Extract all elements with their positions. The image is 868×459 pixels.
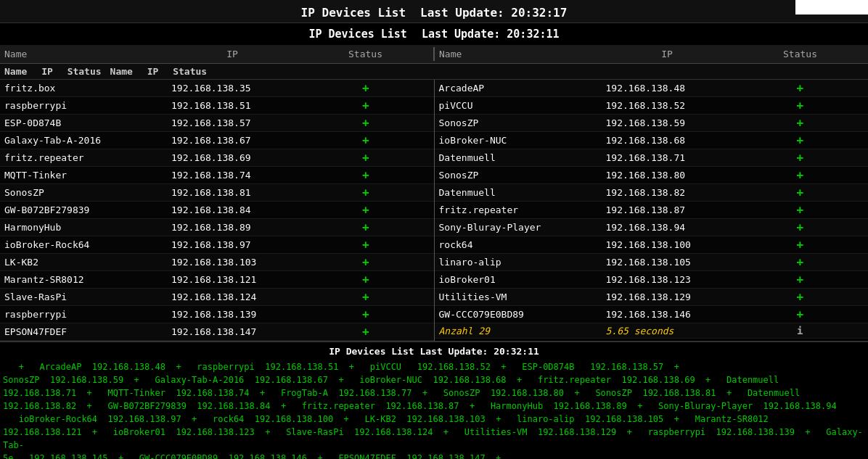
cell-ip: 192.168.138.123 (602, 273, 732, 286)
cell-status: + (732, 307, 869, 322)
cell-name: Galaxy-Tab-A-2016 (0, 134, 167, 146)
table-row: linaro-alip192.168.138.105+ (435, 254, 869, 271)
table-row: ioBroker01192.168.138.123+ (435, 271, 869, 289)
cell-status: + (298, 324, 434, 339)
cell-status: i (732, 324, 869, 337)
table-row: Galaxy-Tab-A-2016192.168.138.67+ (0, 132, 434, 149)
table-row: Datenmuell192.168.138.82+ (435, 184, 869, 202)
main-title: IP Devices List (301, 6, 406, 20)
cell-status: + (732, 150, 869, 165)
cell-ip: 192.168.138.80 (602, 169, 732, 181)
ticker-section: IP Devices List Last Update: 20:32:11 + … (0, 341, 868, 459)
left-sub-name: Name (0, 65, 31, 78)
cell-ip: 5.65 seconds (602, 325, 732, 337)
table-row: ESP-0D874B192.168.138.57+ (0, 115, 434, 132)
cell-status: + (732, 272, 869, 287)
cell-ip: 192.168.138.97 (167, 239, 298, 251)
cell-name: ArcadeAP (435, 82, 602, 94)
cell-ip: 192.168.138.68 (602, 134, 732, 146)
table-row: fritz.box192.168.138.35+ (0, 80, 434, 97)
table-row: ArcadeAP192.168.138.48+ (435, 80, 869, 97)
cell-name: Utilities-VM (435, 291, 602, 303)
cell-name: SonosZP (0, 186, 167, 199)
cell-name: ioBroker-Rock64 (0, 239, 167, 251)
cell-name: MQTT-Tinker (0, 169, 167, 181)
right-col-status-header: Status (732, 47, 868, 61)
cell-name: Slave-RasPi (0, 291, 167, 303)
cell-name: Marantz-SR8012 (0, 273, 167, 286)
cell-ip: 192.168.138.71 (602, 152, 732, 164)
cell-status: + (732, 202, 869, 218)
cell-ip: 192.168.138.52 (602, 99, 732, 112)
column-headers: Name IP Status Name IP Status (0, 45, 868, 64)
cell-name: ESP-0D874B (0, 117, 167, 129)
table-row: Slave-RasPi192.168.138.124+ (0, 289, 434, 306)
table-row: ioBroker-Rock64192.168.138.97+ (0, 236, 434, 254)
cell-status: + (298, 80, 434, 96)
table-row: raspberrypi192.168.138.51+ (0, 97, 434, 115)
table-row: fritz.repeater192.168.138.87+ (435, 202, 869, 219)
cell-status: + (298, 307, 434, 322)
cell-ip: 192.168.138.146 (602, 308, 732, 321)
cell-status: + (298, 185, 434, 200)
cell-name: GW-CCC079E0BD89 (435, 308, 602, 321)
cell-name: raspberrypi (0, 308, 167, 321)
cell-name: fritz.repeater (435, 204, 602, 216)
cell-name: fritz.box (0, 82, 167, 94)
cell-ip: 192.168.138.87 (602, 204, 732, 216)
table-row: Utilities-VM192.168.138.129+ (435, 289, 869, 306)
table-row: SonosZP192.168.138.59+ (435, 115, 869, 132)
cell-status: + (732, 237, 869, 252)
cell-name: piVCCU (435, 99, 602, 112)
cell-name: fritz.repeater (0, 152, 167, 164)
left-sub-status: Status (63, 65, 106, 78)
cell-name: rock64 (435, 239, 602, 251)
cell-ip: 192.168.138.35 (167, 82, 298, 94)
cell-name: HarmonyHub (0, 221, 167, 233)
table-row: Marantz-SR8012192.168.138.121+ (0, 271, 434, 289)
cell-name: GW-B072BF279839 (0, 204, 167, 216)
cell-ip: 192.168.138.48 (602, 82, 732, 94)
table-row: rock64192.168.138.100+ (435, 236, 869, 254)
table-row: HarmonyHub192.168.138.89+ (0, 219, 434, 236)
cell-name: ioBroker-NUC (435, 134, 602, 146)
table-row: Datenmuell192.168.138.71+ (435, 149, 869, 167)
cell-status: + (298, 115, 434, 131)
cell-ip: 192.168.138.57 (167, 117, 298, 129)
cell-name: Anzahl 29 (435, 325, 602, 337)
right-sub-ip: IP (143, 65, 163, 78)
top-right-box (795, 0, 868, 15)
cell-status: + (298, 255, 434, 270)
ticker-title: IP Devices List Last Update: 20:32:11 (0, 344, 868, 359)
cell-ip: 192.168.138.74 (167, 169, 298, 181)
cell-name: Datenmuell (435, 152, 602, 164)
second-update: Last Update: 20:32:11 (422, 28, 560, 41)
table-row: fritz.repeater192.168.138.69+ (0, 149, 434, 167)
cell-ip: 192.168.138.94 (602, 221, 732, 233)
cell-ip: 192.168.138.82 (602, 186, 732, 199)
cell-status: + (732, 255, 869, 270)
cell-ip: 192.168.138.67 (167, 134, 298, 146)
top-bar: IP Devices List Last Update: 20:32:17 (0, 0, 868, 23)
ticker-content: + ArcadeAP 192.168.138.48 + raspberrypi … (0, 359, 868, 459)
cell-status: + (732, 80, 869, 96)
table-row: SonosZP192.168.138.81+ (0, 184, 434, 202)
cell-name: Sony-Bluray-Player (435, 221, 602, 233)
cell-name: SonosZP (435, 169, 602, 181)
cell-status: + (298, 98, 434, 113)
cell-ip: 192.168.138.69 (167, 152, 298, 164)
cell-ip: 192.168.138.51 (167, 99, 298, 112)
second-title: IP Devices List (308, 28, 406, 41)
cell-status: + (732, 185, 869, 200)
cell-name: LK-KB2 (0, 256, 167, 268)
cell-ip: 192.168.138.100 (602, 239, 732, 251)
cell-name: Datenmuell (435, 186, 602, 199)
right-col-ip-header: IP (602, 47, 732, 61)
right-sub-status: Status (168, 65, 211, 78)
sub-headers: Name IP Status Name IP Status (0, 64, 868, 80)
table-row: piVCCU192.168.138.52+ (435, 97, 869, 115)
left-col-ip-header: IP (167, 47, 298, 61)
table-row: Anzahl 295.65 secondsi (435, 323, 869, 339)
cell-ip: 192.168.138.59 (602, 117, 732, 129)
cell-status: + (732, 98, 869, 113)
